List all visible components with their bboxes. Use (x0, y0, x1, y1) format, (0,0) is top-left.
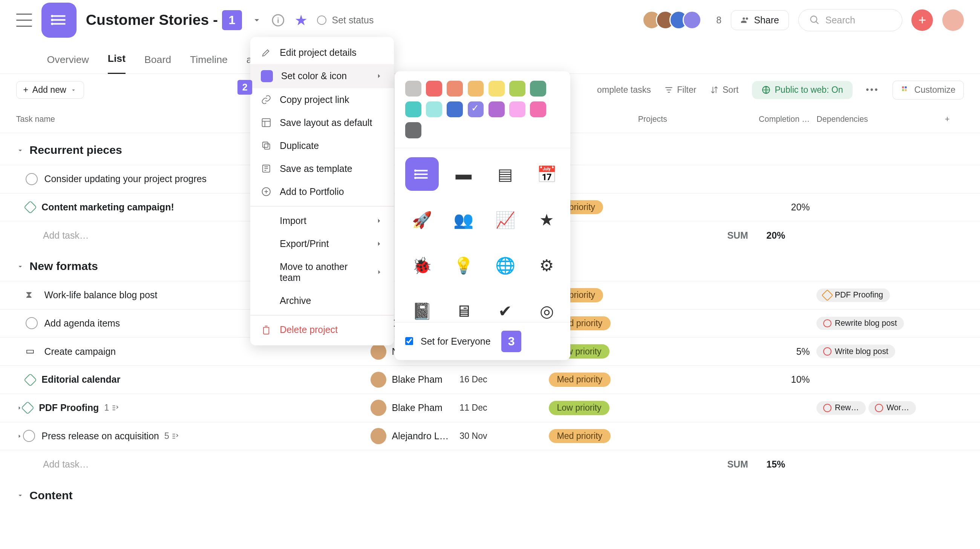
task-row[interactable]: Press release on acquisition5 Alejandro … (0, 422, 980, 450)
icon-option[interactable]: 🐞 (405, 249, 439, 282)
current-user-avatar[interactable] (942, 10, 964, 31)
collapse-icon[interactable] (16, 146, 24, 154)
set-for-everyone-checkbox[interactable] (405, 337, 414, 346)
icon-option[interactable]: 📈 (488, 203, 522, 236)
tab-overview[interactable]: Overview (47, 54, 89, 73)
icon-option[interactable]: 📓 (405, 294, 439, 322)
menu-item-add-to-portfolio[interactable]: Add to Portfolio (250, 180, 394, 203)
icon-option[interactable]: 🖥 (447, 294, 480, 322)
color-option[interactable] (468, 81, 484, 97)
collapse-icon[interactable] (16, 263, 24, 271)
task-complete-icon[interactable] (23, 430, 35, 442)
icon-option[interactable]: ◎ (530, 294, 563, 322)
chevron-right-icon (375, 268, 383, 276)
icon-option[interactable]: 🚀 (405, 203, 439, 236)
section-header[interactable]: Content (0, 478, 980, 510)
milestone-icon (21, 401, 34, 414)
icon-option[interactable] (405, 157, 439, 191)
task-row[interactable]: Editorial calendarBlake Pham16 DecMed pr… (0, 365, 980, 394)
color-option[interactable] (426, 81, 442, 97)
menu-item-save-layout-as-default[interactable]: Save layout as default (250, 111, 394, 134)
add-task-button[interactable]: Add task… (16, 459, 371, 470)
column-projects[interactable]: Projects (638, 115, 727, 124)
priority-pill[interactable]: Low priority (549, 401, 609, 415)
add-column-button[interactable]: + (937, 115, 958, 124)
color-option[interactable] (468, 102, 484, 118)
column-dependencies[interactable]: Dependencies (816, 115, 937, 124)
icon-option[interactable]: 📅 (530, 157, 563, 191)
icon-option[interactable]: ▤ (488, 157, 522, 191)
delete-project-item[interactable]: Delete project (250, 318, 394, 341)
search-input[interactable]: Search (798, 9, 902, 31)
collapse-icon[interactable] (16, 491, 24, 499)
icon-option[interactable]: 👥 (447, 203, 480, 236)
filter-button[interactable]: Filter (664, 85, 696, 95)
icon-option[interactable]: ⚙ (530, 249, 563, 282)
assignee-name: Blake Pham (392, 402, 442, 413)
task-row[interactable]: PDF Proofing1 Blake Pham11 DecLow priori… (0, 394, 980, 422)
color-option[interactable] (447, 102, 463, 118)
task-complete-icon[interactable] (25, 173, 38, 185)
public-to-web-toggle[interactable]: Public to web: On (752, 81, 853, 99)
due-date: 30 Nov (460, 431, 549, 441)
svg-point-2 (51, 23, 53, 25)
color-option[interactable] (530, 102, 546, 118)
project-title: Customer Stories - 1 (86, 10, 242, 30)
global-add-button[interactable]: + (912, 10, 933, 31)
milestone-icon (23, 201, 37, 214)
menu-item-export-print[interactable]: Export/Print (250, 232, 394, 255)
icon-option[interactable]: ✔ (488, 294, 522, 322)
icon-option[interactable]: ▬ (447, 157, 480, 191)
column-completion[interactable]: Completion … (727, 115, 816, 124)
tab-timeline[interactable]: Timeline (190, 54, 228, 73)
expand-icon[interactable] (16, 433, 23, 440)
priority-pill[interactable]: Med priority (549, 372, 611, 387)
assignee-avatar (371, 428, 387, 444)
dependency-pill[interactable]: Rewrite blog post (816, 317, 904, 330)
color-option[interactable] (509, 102, 525, 118)
priority-pill[interactable]: Med priority (549, 429, 611, 444)
star-icon[interactable] (294, 14, 308, 27)
dependency-pill[interactable]: PDF Proofing (816, 288, 890, 302)
menu-item-duplicate[interactable]: Duplicate (250, 134, 394, 157)
more-actions-button[interactable]: ••• (866, 85, 879, 95)
menu-item-archive[interactable]: Archive (250, 289, 394, 312)
color-option[interactable] (509, 81, 525, 97)
share-button[interactable]: Share (731, 10, 789, 30)
dependency-pill[interactable]: Write blog post (816, 345, 895, 358)
sort-button[interactable]: Sort (710, 85, 738, 95)
dependency-pill[interactable]: Wor… (869, 401, 916, 415)
people-icon (741, 16, 750, 25)
color-option[interactable] (530, 81, 546, 97)
color-option[interactable] (447, 81, 463, 97)
icon-option[interactable]: 💡 (447, 249, 480, 282)
tab-list[interactable]: List (108, 53, 126, 73)
member-avatar[interactable] (682, 11, 702, 29)
tab-board[interactable]: Board (144, 54, 171, 73)
color-option[interactable] (405, 102, 422, 118)
dependency-pill[interactable]: Rew… (816, 401, 865, 415)
menu-item-move-to-another-team[interactable]: Move to another team (250, 255, 394, 289)
pending-icon: ⧗ (25, 289, 38, 301)
task-complete-icon[interactable] (25, 317, 38, 329)
complete-tasks-filter[interactable]: omplete tasks (597, 85, 651, 95)
color-option[interactable] (426, 102, 442, 118)
set-status-button[interactable]: Set status (317, 15, 374, 25)
menu-item-edit-project-details[interactable]: Edit project details (250, 41, 394, 64)
menu-item-import[interactable]: Import (250, 209, 394, 232)
menu-item-copy-project-link[interactable]: Copy project link (250, 88, 394, 111)
icon-option[interactable]: ★ (530, 203, 563, 236)
color-option[interactable] (405, 122, 422, 138)
menu-item-set-color-icon[interactable]: Set color & icon (250, 64, 394, 88)
menu-item-save-as-template[interactable]: Save as template (250, 157, 394, 180)
info-icon[interactable] (271, 14, 285, 27)
icon-option[interactable]: 🌐 (488, 249, 522, 282)
add-new-button[interactable]: +Add new (16, 81, 84, 99)
color-option[interactable] (488, 81, 505, 97)
customize-button[interactable]: Customize (892, 81, 964, 100)
color-option[interactable] (405, 81, 422, 97)
project-dropdown-trigger[interactable] (251, 15, 262, 25)
member-avatars[interactable] (642, 11, 702, 29)
color-option[interactable] (488, 102, 505, 118)
menu-toggle[interactable] (16, 14, 32, 27)
